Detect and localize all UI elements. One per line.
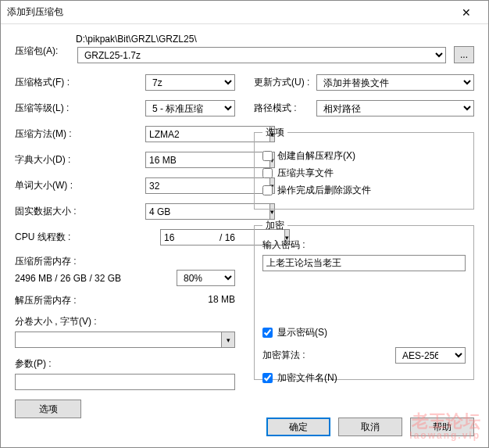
sfx-label: 创建自解压程序(X)	[277, 149, 355, 163]
shared-label: 压缩共享文件	[277, 167, 334, 180]
dict-input[interactable]	[145, 152, 269, 168]
enc-method-label: 加密算法 :	[262, 349, 305, 362]
solid-label: 固实数据大小 :	[15, 205, 85, 218]
split-label: 分卷大小 , 字节(V) :	[15, 315, 235, 328]
delete-checkbox[interactable]	[262, 185, 273, 195]
params-input[interactable]	[15, 374, 235, 390]
cancel-button[interactable]: 取消	[338, 418, 402, 436]
enc-method-select[interactable]: AES-256	[395, 347, 466, 364]
level-select[interactable]: 5 - 标准压缩	[145, 100, 235, 116]
delete-checkbox-row[interactable]: 操作完成后删除源文件	[262, 184, 466, 197]
solid-input[interactable]	[145, 203, 269, 220]
shared-checkbox[interactable]	[262, 168, 273, 178]
path-mode-label: 路径模式 :	[254, 102, 316, 115]
show-password-checkbox[interactable]	[262, 328, 273, 338]
archive-name-select[interactable]: GRZL25-1.7z	[77, 47, 446, 63]
cpu-total: / 16	[220, 232, 235, 243]
password-label: 输入密码 :	[262, 238, 466, 252]
cpu-label: CPU 线程数 :	[15, 231, 77, 244]
format-select[interactable]: 7z	[145, 74, 235, 91]
show-password-row[interactable]: 显示密码(S)	[262, 326, 466, 339]
path-mode-select[interactable]: 相对路径	[316, 100, 474, 116]
decompress-mem-label: 解压所需内存 :	[15, 294, 77, 307]
word-input[interactable]	[145, 177, 269, 194]
titlebar: 添加到压缩包 ✕	[1, 1, 488, 24]
chevron-down-icon[interactable]: ▾	[221, 332, 235, 348]
delete-label: 操作完成后删除源文件	[277, 184, 371, 197]
left-column: 压缩格式(F) : 7z 压缩等级(L) : 5 - 标准压缩 压缩方法(M) …	[15, 74, 235, 418]
browse-button[interactable]: ...	[454, 46, 474, 63]
help-button[interactable]: 帮助	[410, 418, 474, 436]
decompress-mem-value: 18 MB	[208, 294, 235, 307]
format-label: 压缩格式(F) :	[15, 76, 77, 89]
enc-names-row[interactable]: 加密文件名(N)	[262, 371, 466, 385]
button-bar: 确定 取消 帮助	[266, 418, 474, 436]
compress-mem-label: 压缩所需内存 :	[15, 255, 235, 268]
update-label: 更新方式(U) :	[254, 76, 316, 89]
archive-label: 压缩包(A):	[15, 34, 77, 58]
params-label: 参数(P) :	[15, 357, 235, 371]
shared-checkbox-row[interactable]: 压缩共享文件	[262, 167, 466, 180]
sfx-checkbox-row[interactable]: 创建自解压程序(X)	[262, 149, 466, 163]
mem-percent-select[interactable]: 80%	[177, 270, 235, 286]
sfx-checkbox[interactable]	[262, 151, 273, 161]
right-column: 更新方式(U) : 添加并替换文件 路径模式 : 相对路径 选项 创建自解压程序…	[254, 74, 474, 418]
method-label: 压缩方法(M) :	[15, 127, 77, 141]
options-button[interactable]: 选项	[15, 400, 81, 418]
options-legend: 选项	[262, 126, 287, 139]
method-input[interactable]	[145, 126, 269, 142]
password-input[interactable]	[262, 255, 466, 271]
dialog-window: 添加到压缩包 ✕ 压缩包(A): D:\pikpak\Bit\GRZL\GRZL…	[0, 0, 489, 448]
options-fieldset: 选项 创建自解压程序(X) 压缩共享文件 操作完成后删除源文件	[254, 126, 474, 210]
dialog-body: 压缩包(A): D:\pikpak\Bit\GRZL\GRZL25\ GRZL2…	[1, 24, 488, 428]
update-select[interactable]: 添加并替换文件	[316, 74, 474, 91]
archive-path: D:\pikpak\Bit\GRZL\GRZL25\	[76, 34, 474, 45]
close-icon[interactable]: ✕	[451, 2, 482, 23]
ok-button[interactable]: 确定	[266, 418, 330, 436]
level-label: 压缩等级(L) :	[15, 102, 77, 115]
show-password-label: 显示密码(S)	[277, 326, 327, 339]
split-input[interactable]	[15, 332, 221, 348]
word-label: 单词大小(W) :	[15, 179, 77, 192]
encrypt-fieldset: 加密 输入密码 : 显示密码(S) 加密算法 : AES-256 加密文件名(N…	[254, 219, 474, 380]
window-title: 添加到压缩包	[7, 5, 451, 19]
dict-label: 字典大小(D) :	[15, 153, 77, 167]
enc-names-label: 加密文件名(N)	[277, 371, 337, 385]
enc-names-checkbox[interactable]	[262, 373, 273, 383]
encrypt-legend: 加密	[262, 219, 287, 232]
compress-mem-values: 2496 MB / 26 GB / 32 GB	[15, 273, 121, 284]
